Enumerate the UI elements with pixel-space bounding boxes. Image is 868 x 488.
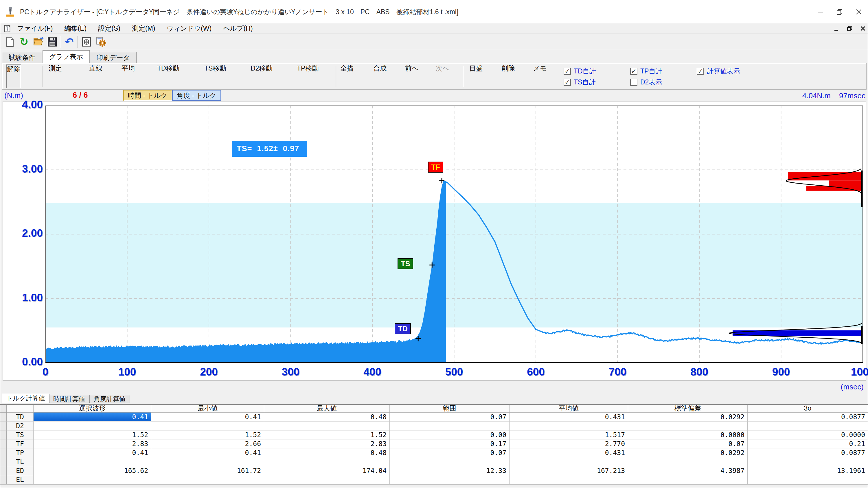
- cell-ED-2[interactable]: 161.72: [151, 466, 264, 475]
- cell-EL-2[interactable]: [151, 475, 264, 484]
- graph-tool-wave-red-box[interactable]: 平均: [122, 64, 135, 88]
- cell-EL-1[interactable]: [34, 475, 151, 484]
- cell-D2-6[interactable]: [628, 422, 748, 430]
- cell-TP-7[interactable]: 0.0877: [748, 448, 868, 457]
- settings-gear-button[interactable]: [95, 36, 107, 48]
- cell-TD-7[interactable]: 0.0877: [748, 413, 868, 422]
- graph-tool-arrow-left-blue[interactable]: 前へ: [405, 64, 418, 88]
- row-label-ED[interactable]: ED: [7, 466, 34, 475]
- cell-TF-7[interactable]: 0.21: [748, 440, 868, 448]
- cell-EL-5[interactable]: [509, 475, 628, 484]
- cell-TL-1[interactable]: [34, 457, 151, 466]
- graph-tool-move-dot-green[interactable]: TS移動: [204, 64, 226, 88]
- row-gutter[interactable]: [0, 413, 7, 422]
- cell-ED-5[interactable]: 167.213: [509, 466, 628, 475]
- cell-TS-1[interactable]: 1.52: [34, 430, 151, 440]
- menu-item-5[interactable]: ヘルプ(H): [217, 24, 259, 34]
- graph-tool-move-dot-blue[interactable]: TD移動: [157, 64, 179, 88]
- calc-tab-2[interactable]: 角度計算値: [89, 395, 130, 403]
- cell-TL-2[interactable]: [151, 457, 264, 466]
- cell-TP-4[interactable]: 0.07: [390, 448, 509, 457]
- cell-TL-3[interactable]: [264, 457, 390, 466]
- cell-D2-5[interactable]: [509, 422, 628, 430]
- cell-D2-1[interactable]: [34, 422, 151, 430]
- cell-TS-3[interactable]: 1.52: [264, 430, 390, 440]
- cell-TP-6[interactable]: 0.0292: [628, 448, 748, 457]
- checkbox-TD自計[interactable]: ✓TD自計: [564, 67, 630, 76]
- row-label-TD[interactable]: TD: [7, 413, 34, 422]
- cell-TP-5[interactable]: 0.431: [509, 448, 628, 457]
- row-gutter[interactable]: [0, 422, 7, 430]
- close-icon[interactable]: [849, 0, 868, 24]
- cell-ED-6[interactable]: 4.3987: [628, 466, 748, 475]
- graph-tool-multi-wave-chart[interactable]: 全描: [340, 64, 353, 88]
- cell-TF-2[interactable]: 2.66: [151, 440, 264, 448]
- cell-EL-6[interactable]: [628, 475, 748, 484]
- cell-ED-3[interactable]: 174.04: [264, 466, 390, 475]
- cell-TS-2[interactable]: 1.52: [151, 430, 264, 440]
- calc-tab-1[interactable]: 時間計算値: [49, 395, 89, 403]
- checkbox-計算値表示[interactable]: ✓計算値表示: [697, 67, 772, 76]
- mdi-close-icon[interactable]: [860, 26, 866, 32]
- checkbox-TP自計[interactable]: ✓TP自計: [630, 67, 697, 76]
- row-label-EL[interactable]: EL: [7, 475, 34, 484]
- menu-item-1[interactable]: 編集(E): [59, 24, 93, 34]
- graph-tool-cursor-arrow[interactable]: 解除: [6, 64, 21, 88]
- row-gutter[interactable]: [0, 466, 7, 475]
- minimize-icon[interactable]: [811, 0, 830, 24]
- cell-TD-3[interactable]: 0.48: [264, 413, 390, 422]
- cell-D2-2[interactable]: [151, 422, 264, 430]
- cell-TF-3[interactable]: 2.83: [264, 440, 390, 448]
- undo-arrow-button[interactable]: ↶: [63, 36, 75, 48]
- tab-2[interactable]: 印刷データ: [90, 52, 136, 63]
- cell-TS-6[interactable]: 0.0000: [628, 430, 748, 440]
- cell-TF-1[interactable]: 2.83: [34, 440, 151, 448]
- tab-1[interactable]: グラフ表示: [42, 50, 90, 63]
- calc-tab-0[interactable]: トルク計算値: [2, 394, 50, 403]
- cell-TF-4[interactable]: 0.17: [390, 440, 509, 448]
- row-gutter[interactable]: [0, 430, 7, 440]
- cell-EL-3[interactable]: [264, 475, 390, 484]
- cell-TP-1[interactable]: 0.41: [34, 448, 151, 457]
- open-folder-button[interactable]: [32, 36, 45, 48]
- graph-tool-move-dot-magenta[interactable]: TP移動: [297, 64, 318, 88]
- cell-TD-6[interactable]: 0.0292: [628, 413, 748, 422]
- graph-tool-clapperboard[interactable]: 測定321: [49, 64, 62, 88]
- cell-TD-5[interactable]: 0.431: [509, 413, 628, 422]
- row-label-D2[interactable]: D2: [7, 422, 34, 430]
- graph-tool-move-dot-cyan[interactable]: D2移動: [251, 64, 272, 88]
- menu-item-2[interactable]: 設定(S): [92, 24, 126, 34]
- cell-TL-6[interactable]: [628, 457, 748, 466]
- cell-D2-7[interactable]: [748, 422, 868, 430]
- cell-D2-3[interactable]: [264, 422, 390, 430]
- checkbox-TS自計[interactable]: ✓TS自計: [564, 78, 630, 87]
- plot-area[interactable]: TS= 1.52± 0.97 TFTSTD: [45, 105, 863, 363]
- row-label-TL[interactable]: TL: [7, 457, 34, 466]
- axis-toggle-1[interactable]: 角度 - トルク: [172, 90, 221, 101]
- mdi-minimize-icon[interactable]: [834, 26, 839, 32]
- TF-marker-label[interactable]: TF: [428, 162, 443, 172]
- menu-item-4[interactable]: ウィンドウ(W): [161, 24, 217, 34]
- graph-tool-delete-x[interactable]: 削除: [502, 64, 515, 88]
- row-gutter[interactable]: [0, 457, 7, 466]
- row-gutter[interactable]: [0, 440, 7, 448]
- cell-ED-4[interactable]: 12.33: [390, 466, 509, 475]
- cell-TF-6[interactable]: 0.07: [628, 440, 748, 448]
- graph-tool-stacked-wave-chart[interactable]: 合成: [373, 64, 386, 88]
- menu-item-3[interactable]: 測定(M): [126, 24, 161, 34]
- graph-tool-grid-scale[interactable]: 目盛: [469, 64, 483, 88]
- row-gutter[interactable]: [0, 448, 7, 457]
- cell-TS-5[interactable]: 1.517: [509, 430, 628, 440]
- cell-ED-1[interactable]: 165.62: [34, 466, 151, 475]
- cell-D2-4[interactable]: [390, 422, 509, 430]
- cell-TL-4[interactable]: [390, 457, 509, 466]
- cell-TP-3[interactable]: 0.48: [264, 448, 390, 457]
- cell-TF-5[interactable]: 2.770: [509, 440, 628, 448]
- TD-marker-label[interactable]: TD: [395, 323, 410, 334]
- row-label-TS[interactable]: TS: [7, 430, 34, 440]
- cell-TS-4[interactable]: 0.00: [390, 430, 509, 440]
- checkbox-D2表示[interactable]: D2表示: [630, 78, 697, 87]
- row-label-TF[interactable]: TF: [7, 440, 34, 448]
- window-box-button[interactable]: [80, 36, 93, 48]
- cell-EL-4[interactable]: [390, 475, 509, 484]
